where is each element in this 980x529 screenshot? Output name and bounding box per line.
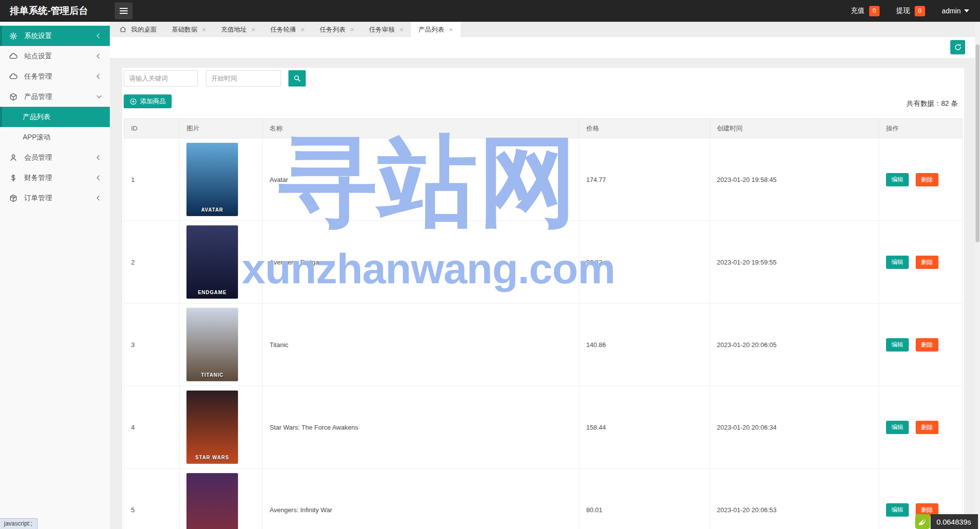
sidebar-item-label: 会员管理	[24, 153, 52, 162]
add-product-button[interactable]: 添加商品	[124, 94, 172, 108]
table-header-row: ID 图片 名称 价格 创建时间 操作	[124, 119, 963, 138]
gear-icon	[8, 31, 18, 41]
col-header-price: 价格	[579, 119, 710, 138]
sidebar-item-site-settings[interactable]: 站点设置	[0, 46, 110, 66]
edit-button[interactable]: 编辑	[886, 503, 909, 517]
sidebar-item-label: 任务管理	[24, 72, 52, 81]
sidebar-subitem-product-list[interactable]: 产品列表	[0, 107, 110, 127]
start-time-input[interactable]	[206, 70, 281, 87]
delete-button[interactable]: 删除	[916, 173, 938, 186]
product-price: 96.32	[586, 259, 603, 266]
close-icon[interactable]: ×	[449, 26, 453, 33]
tab-label: 充值地址	[221, 25, 247, 34]
sidebar-item-task-management[interactable]: 任务管理	[0, 66, 110, 87]
tab-label: 任务列表	[320, 25, 345, 34]
search-button[interactable]	[288, 70, 306, 87]
sidebar-subitem-app-scroll[interactable]: APP滚动	[0, 127, 110, 147]
edit-button[interactable]: 编辑	[886, 421, 909, 434]
poster-caption: TITANIC	[201, 372, 224, 381]
main-area: 我的桌面基础数据×充值地址×任务轮播×任务列表×任务审核×产品列表× 添加商品 …	[110, 22, 980, 529]
total-count-text: 共有数据：82 条	[907, 99, 963, 108]
box-icon	[8, 193, 18, 203]
content-card: 添加商品 共有数据：82 条 ID 图片 名称 价格 创建时间 操作 1 AVA…	[122, 68, 964, 529]
close-icon[interactable]: ×	[251, 26, 256, 33]
vertical-scrollbar[interactable]	[975, 22, 980, 529]
close-icon[interactable]: ×	[399, 26, 404, 33]
tab-recharge-address[interactable]: 充值地址×	[214, 22, 263, 37]
plus-circle-icon	[130, 98, 137, 105]
tab-label: 产品列表	[419, 25, 444, 34]
edit-button[interactable]: 编辑	[886, 338, 909, 352]
product-name: Avatar	[270, 176, 288, 183]
product-price: 80.01	[586, 506, 603, 514]
tab-label: 任务审核	[369, 25, 395, 34]
product-price: 140.86	[586, 341, 606, 349]
sidebar-item-product-management[interactable]: 产品管理	[0, 87, 110, 107]
tab-my-desktop[interactable]: 我的桌面	[112, 22, 164, 37]
product-poster-image: INFINITY WAR	[187, 473, 238, 529]
recharge-count-badge: 0	[869, 6, 880, 16]
product-price: 158.44	[586, 424, 606, 431]
search-icon	[293, 74, 301, 83]
tab-task-audit[interactable]: 任务审核×	[362, 22, 411, 37]
product-price: 174.77	[586, 176, 606, 183]
tab-product-list[interactable]: 产品列表×	[411, 22, 461, 37]
tab-label: 任务轮播	[271, 25, 296, 34]
sidebar-item-label: 产品管理	[24, 92, 52, 101]
debug-toolbar[interactable]: 0.064839s	[915, 514, 978, 529]
user-dropdown[interactable]: admin	[942, 7, 969, 15]
product-created-time: 2023-01-20 20:06:53	[717, 506, 777, 514]
withdraw-count-badge: 0	[915, 6, 925, 16]
cube-icon	[8, 92, 18, 101]
tab-base-data[interactable]: 基础数据×	[164, 22, 214, 37]
thinkphp-logo-icon	[915, 514, 931, 529]
col-header-actions: 操作	[879, 119, 963, 138]
browser-status-tooltip: javascript:;	[0, 518, 38, 529]
close-icon[interactable]: ×	[202, 26, 206, 33]
sidebar-item-member-management[interactable]: 会员管理	[0, 147, 110, 168]
cloud-icon	[8, 51, 18, 61]
withdraw-button[interactable]: 提现 0	[896, 6, 925, 16]
delete-button[interactable]: 删除	[916, 338, 938, 352]
chevron-left-icon	[97, 74, 102, 79]
table-row: 4 STAR WARS Star Wars: The Force Awakens…	[124, 386, 963, 469]
edit-button[interactable]: 编辑	[886, 173, 909, 186]
product-created-time: 2023-01-20 19:58:45	[717, 176, 777, 183]
product-poster-image: STAR WARS	[187, 391, 238, 464]
chevron-left-icon	[97, 54, 102, 59]
sidebar-item-order-management[interactable]: 订单管理	[0, 188, 110, 208]
sidebar-item-label: 财务管理	[24, 174, 52, 182]
product-table: ID 图片 名称 价格 创建时间 操作 1 AVATAR Avatar 174.…	[124, 118, 963, 529]
product-id: 3	[131, 341, 135, 349]
tab-task-carousel[interactable]: 任务轮播×	[263, 22, 313, 37]
sidebar-item-system-settings[interactable]: 系统设置	[0, 26, 110, 46]
product-id: 2	[131, 259, 135, 266]
hamburger-menu-icon[interactable]	[115, 2, 133, 19]
close-icon[interactable]: ×	[350, 26, 354, 33]
dollar-icon	[8, 173, 18, 182]
tab-task-list[interactable]: 任务列表×	[312, 22, 362, 37]
table-row: 2 ENDGAME Avengers: Endgame 96.32 2023-0…	[124, 221, 963, 304]
delete-button[interactable]: 删除	[916, 421, 938, 434]
refresh-button[interactable]	[950, 40, 965, 54]
product-id: 5	[131, 506, 135, 514]
sidebar-item-label: 站点设置	[24, 52, 52, 61]
sidebar-item-label: 系统设置	[24, 32, 52, 41]
refresh-icon	[954, 43, 962, 51]
col-header-name: 名称	[263, 119, 579, 138]
username: admin	[942, 7, 961, 15]
add-product-label: 添加商品	[140, 97, 166, 106]
keyword-input[interactable]	[124, 70, 198, 87]
chevron-left-icon	[97, 34, 102, 39]
product-name: Titanic	[270, 341, 288, 349]
sidebar-item-finance-management[interactable]: 财务管理	[0, 168, 110, 188]
delete-button[interactable]: 删除	[916, 256, 938, 269]
product-poster-image: TITANIC	[187, 308, 238, 381]
person-icon	[8, 153, 18, 162]
home-icon	[119, 26, 127, 33]
product-created-time: 2023-01-20 19:59:55	[717, 259, 777, 266]
recharge-button[interactable]: 充值 0	[851, 6, 880, 16]
edit-button[interactable]: 编辑	[886, 256, 909, 269]
scrollbar-thumb[interactable]	[976, 44, 980, 242]
close-icon[interactable]: ×	[301, 26, 305, 33]
